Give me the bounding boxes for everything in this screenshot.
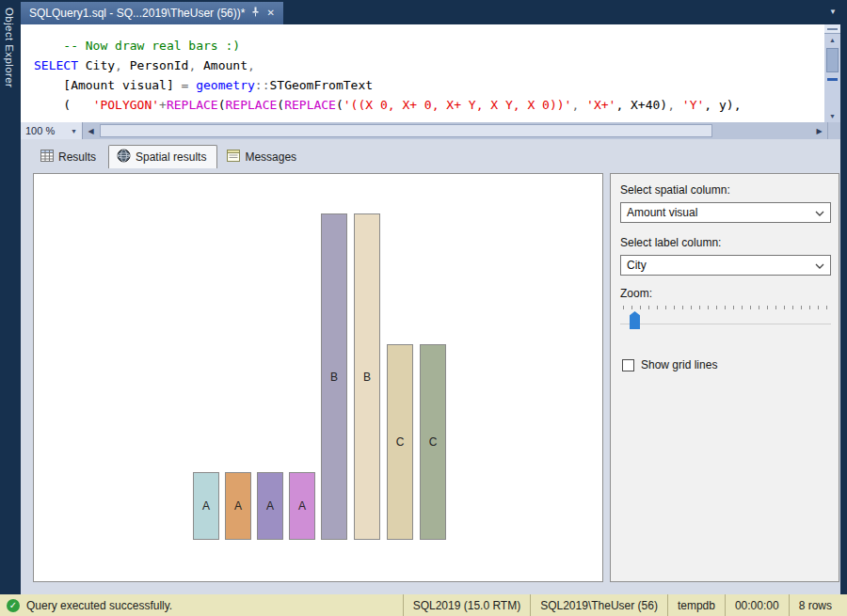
zoom-label: Zoom: (620, 287, 652, 300)
success-check-icon: ✓ (7, 599, 20, 612)
show-grid-lines-label: Show grid lines (641, 358, 717, 371)
messages-icon (227, 150, 240, 165)
grid-icon (40, 150, 54, 165)
spatial-column-value: Amount visual (627, 206, 697, 219)
zoom-slider-thumb[interactable] (630, 311, 640, 329)
spatial-bar: C (420, 344, 446, 540)
spatial-column-select[interactable]: Amount visual (620, 202, 831, 223)
status-bar: ✓ Query executed successfully. SQL2019 (… (0, 594, 847, 616)
hscroll-track[interactable] (99, 122, 811, 139)
bar-label: A (202, 499, 210, 513)
vscroll-track[interactable] (824, 46, 840, 110)
code-line: -- Now draw real bars :) (34, 36, 824, 55)
code-line: [Amount visual] = geometry::STGeomFromTe… (34, 75, 824, 95)
object-explorer-tab[interactable]: Object Explorer (0, 0, 21, 594)
pin-icon[interactable] (251, 7, 260, 20)
status-connection-section: SQL2019 (15.0 RTM) SQL2019\TheUser (56) … (403, 594, 847, 616)
document-list-chevron-icon[interactable]: ▼ (829, 8, 837, 16)
code-editor: -- Now draw real bars :)SELECT City, Per… (21, 24, 840, 122)
status-message: Query executed successfully. (26, 599, 172, 612)
spatial-bar: B (321, 213, 347, 540)
spatial-bar: A (257, 472, 283, 540)
label-column-value: City (627, 259, 647, 272)
tab-spatial-results[interactable]: Spatial results (108, 145, 217, 168)
editor-vertical-scrollbar[interactable]: ▲ ▼ (824, 24, 840, 122)
scroll-up-icon[interactable]: ▲ (824, 34, 840, 46)
spatial-column-label: Select spatial column: (620, 183, 730, 197)
chevron-down-icon: ▼ (71, 128, 77, 134)
spatial-bar: A (289, 472, 315, 540)
object-explorer-label: Object Explorer (4, 0, 15, 87)
spatial-options-panel: Select spatial column: Amount visual Sel… (610, 173, 839, 582)
scrollbar-corner (827, 122, 840, 139)
show-grid-lines-row: Show grid lines (622, 358, 717, 371)
bar-label: B (363, 371, 371, 384)
bar-label: C (396, 435, 405, 449)
status-row-count: 8 rows (789, 594, 841, 616)
chevron-down-icon (815, 206, 824, 219)
editor-bottom-strip: 100 % ▼ ◀ ▶ (21, 122, 840, 139)
status-database: tempdb (667, 594, 725, 616)
tab-results[interactable]: Results (33, 147, 106, 168)
close-icon[interactable]: ✕ (266, 8, 274, 18)
bar-label: A (266, 499, 274, 513)
caret-position-marker (827, 78, 838, 81)
globe-icon (117, 149, 131, 166)
editor-zoom-value: 100 % (25, 125, 55, 136)
spatial-bar: A (225, 472, 251, 540)
spatial-bar: A (193, 472, 219, 540)
bar-label: A (298, 499, 306, 513)
bar-label: A (234, 499, 242, 513)
editor-splitter-handle[interactable] (824, 24, 840, 34)
sql-code-area[interactable]: -- Now draw real bars :)SELECT City, Per… (21, 24, 824, 122)
tab-messages-label: Messages (245, 150, 296, 164)
status-server: SQL2019 (15.0 RTM) (403, 594, 531, 616)
label-column-select[interactable]: City (620, 255, 831, 276)
results-tab-strip: Results Spatial results Messages (33, 145, 307, 168)
tab-spatial-results-label: Spatial results (136, 150, 206, 164)
scroll-down-icon[interactable]: ▼ (824, 110, 840, 122)
chevron-down-icon (815, 259, 824, 272)
tab-messages[interactable]: Messages (219, 147, 307, 168)
spatial-bar: B (354, 213, 380, 540)
show-grid-lines-checkbox[interactable] (622, 359, 634, 371)
spatial-bar: C (387, 344, 413, 540)
status-duration: 00:00:00 (725, 594, 789, 616)
document-tab-title: SQLQuery1.sql - SQ...2019\TheUser (56))* (29, 7, 245, 20)
spatial-results-canvas[interactable]: AAAABBCC (33, 173, 603, 582)
zoom-slider-track[interactable] (620, 324, 831, 324)
editor-zoom-dropdown[interactable]: 100 % ▼ (21, 122, 83, 139)
label-column-label: Select label column: (620, 236, 721, 249)
document-tab[interactable]: SQLQuery1.sql - SQ...2019\TheUser (56))*… (21, 2, 283, 24)
zoom-slider-ticks (623, 306, 829, 309)
results-region: Results Spatial results Messages AAAABBC… (21, 139, 840, 594)
vscroll-thumb[interactable] (826, 48, 839, 72)
bar-label: C (429, 435, 438, 449)
code-line: ( 'POLYGON'+REPLACE(REPLACE(REPLACE('((X… (34, 95, 824, 115)
document-tab-bar: SQLQuery1.sql - SQ...2019\TheUser (56))*… (21, 0, 840, 24)
status-connection: SQL2019\TheUser (56) (530, 594, 667, 616)
code-line: SELECT City, PersonId, Amount, (34, 55, 824, 75)
tab-results-label: Results (58, 150, 96, 164)
status-message-section: ✓ Query executed successfully. (0, 599, 172, 612)
scroll-right-icon[interactable]: ▶ (811, 122, 827, 139)
hscroll-thumb[interactable] (100, 124, 712, 137)
bar-label: B (330, 371, 338, 384)
scroll-left-icon[interactable]: ◀ (83, 122, 99, 139)
